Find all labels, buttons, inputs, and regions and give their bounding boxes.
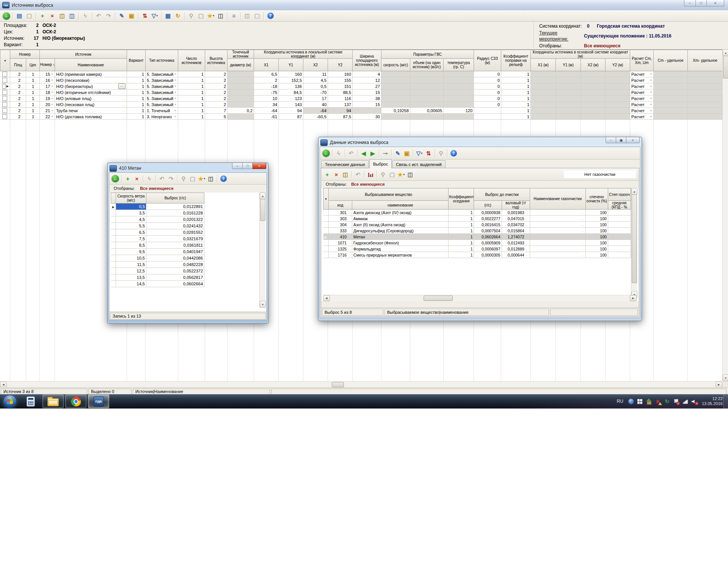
ellipsis-button-icon[interactable]: …: [21, 103, 25, 106]
transfer-button[interactable]: ⇅: [140, 11, 149, 20]
undo-button[interactable]: ↶: [354, 170, 362, 178]
grid-cell[interactable]: 0,0241432: [146, 223, 204, 229]
grid-cell[interactable]: 1…: [26, 71, 40, 77]
copy-pages-button[interactable]: ◫: [216, 11, 225, 20]
help-button[interactable]: ?: [266, 11, 275, 20]
grid-cell[interactable]: Расчет▼: [630, 102, 654, 108]
grid-cell[interactable]: 1: [501, 114, 531, 120]
minimize-button[interactable]: −: [232, 163, 243, 169]
copy-button[interactable]: ◫: [341, 170, 350, 178]
grid-cell[interactable]: 14,5: [116, 281, 146, 287]
grid-cell[interactable]: 1: [501, 71, 531, 77]
dropdown-icon[interactable]: ▼: [51, 97, 53, 100]
ellipsis-button-icon[interactable]: …: [122, 72, 126, 76]
scroll-up-icon[interactable]: ▲: [631, 188, 637, 195]
row-checkbox[interactable]: [2, 78, 7, 83]
grid-cell[interactable]: 0,0000305: [474, 252, 502, 258]
grid-cell[interactable]: 27: [353, 83, 381, 89]
copy-pages-button[interactable]: ◫: [406, 170, 414, 178]
grid-cell[interactable]: 0,0602664: [474, 234, 502, 240]
key-button[interactable]: ⚲: [179, 174, 188, 183]
close-button[interactable]: ×: [626, 137, 640, 143]
ellipsis-button-icon[interactable]: …: [347, 235, 351, 239]
grid-cell[interactable]: 1: [127, 77, 146, 83]
grid-cell[interactable]: 88,5: [328, 89, 353, 95]
grid-cell[interactable]: …: [530, 240, 585, 246]
add-button[interactable]: +: [323, 170, 331, 178]
ellipsis-button-icon[interactable]: …: [35, 103, 38, 106]
row-selector[interactable]: [0, 89, 10, 95]
grid-cell[interactable]: 7,5: [116, 236, 146, 242]
grid-cell[interactable]: [608, 246, 631, 252]
grid-cell[interactable]: 94: [279, 108, 303, 114]
main-vertical-scrollbar[interactable]: ▲ ▼: [722, 49, 728, 381]
ellipsis-button-icon[interactable]: …: [35, 91, 38, 94]
ellipsis-button-icon[interactable]: …: [35, 97, 38, 100]
maximize-button[interactable]: □: [242, 163, 253, 169]
ellipsis-button-icon[interactable]: …: [35, 72, 38, 76]
grid-cell[interactable]: 1: [449, 216, 474, 222]
page-button[interactable]: ▢: [188, 174, 197, 183]
dropdown-icon[interactable]: ▼: [650, 85, 652, 88]
grid-cell[interactable]: [608, 228, 631, 234]
grid-cell[interactable]: 0,000644…: [502, 252, 530, 258]
new-page-button[interactable]: ▢: [25, 11, 34, 20]
grid-cell[interactable]: Аммиак: [352, 216, 449, 222]
help-button[interactable]: ?: [449, 149, 458, 157]
grid-cell[interactable]: 5. Зависимый▼: [146, 89, 178, 95]
row-checkbox[interactable]: [2, 102, 7, 107]
close-button[interactable]: ×: [706, 0, 724, 6]
grid-cell[interactable]: 1…: [26, 108, 40, 114]
sources-list-button[interactable]: ▤: [15, 11, 24, 20]
favorites-button[interactable]: ★▾: [397, 170, 405, 178]
ellipsis-button-icon[interactable]: …: [525, 229, 529, 233]
grid-cell[interactable]: 2: [205, 89, 228, 95]
grid-settings-button[interactable]: ▦: [163, 11, 173, 20]
grid-cell[interactable]: 1: [449, 234, 474, 240]
ellipsis-button[interactable]: …: [118, 83, 126, 89]
ellipsis-button-icon[interactable]: …: [21, 72, 25, 76]
ellipsis-button-icon[interactable]: …: [581, 217, 584, 221]
ellipsis-button-icon[interactable]: …: [35, 109, 38, 113]
grid-cell[interactable]: 2…: [10, 114, 26, 120]
grid-cell[interactable]: 120: [444, 108, 474, 114]
grid-cell[interactable]: 0,012493…: [502, 240, 530, 246]
grid-cell[interactable]: 40: [303, 102, 328, 108]
grid-cell[interactable]: Метан: [352, 234, 449, 240]
grid-cell[interactable]: 1: [127, 71, 146, 77]
tray-volume-icon[interactable]: [691, 398, 698, 405]
grid-cell[interactable]: 1…: [26, 89, 40, 95]
ellipsis-button-icon[interactable]: …: [122, 97, 126, 100]
tab-3[interactable]: Связь с ист. выделений: [392, 160, 445, 168]
grid-cell[interactable]: 19▼: [40, 95, 55, 102]
dropdown-icon[interactable]: ▼: [650, 79, 652, 81]
grid-cell[interactable]: 1. Точечный▼: [146, 108, 178, 114]
close-button[interactable]: ×: [253, 163, 266, 169]
grid-cell[interactable]: 0,0321679: [146, 236, 204, 242]
grid-cell[interactable]: 2…: [10, 108, 26, 114]
grid-cell[interactable]: …: [530, 210, 585, 216]
grid-cell[interactable]: 2: [254, 77, 279, 83]
grid-cell[interactable]: 123: [279, 95, 303, 102]
edit-record-button[interactable]: ✎: [117, 11, 126, 20]
ellipsis-button-icon[interactable]: …: [347, 211, 351, 214]
grid-cell[interactable]: -75: [254, 89, 279, 95]
ellipsis-button-icon[interactable]: …: [122, 78, 126, 82]
row-checkbox[interactable]: [2, 114, 7, 119]
grid-cell[interactable]: 0,0000938: [474, 210, 502, 216]
ellipsis-button-icon[interactable]: …: [525, 241, 529, 245]
grid-cell[interactable]: 1: [449, 228, 474, 234]
grid-cell[interactable]: 18▼: [40, 89, 55, 95]
grid-cell[interactable]: 0,0281552: [146, 229, 204, 236]
grid-cell[interactable]: 0,0122891: [146, 204, 204, 210]
grid-cell[interactable]: 7: [205, 108, 228, 114]
grid-cell[interactable]: 2: [205, 102, 228, 108]
grid-cell[interactable]: 100: [585, 234, 608, 240]
grid-cell[interactable]: 136: [279, 83, 303, 89]
grid-cell[interactable]: Расчет▼: [630, 114, 654, 120]
grid-cell[interactable]: 12: [353, 77, 381, 83]
ellipsis-button-icon[interactable]: …: [21, 78, 25, 82]
dropdown-icon[interactable]: ▼: [51, 73, 53, 75]
edit-record-button[interactable]: ✎: [394, 149, 402, 157]
grid-cell[interactable]: 1…: [26, 83, 40, 89]
